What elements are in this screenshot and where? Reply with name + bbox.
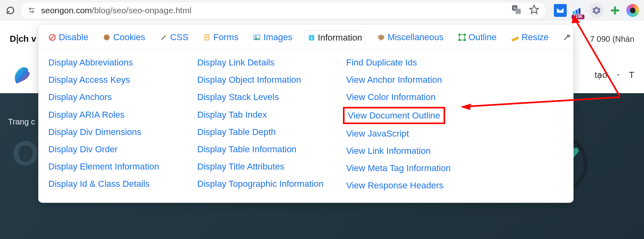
svg-point-2 — [32, 11, 33, 12]
svg-text:G: G — [513, 6, 516, 10]
chevron-down-icon — [615, 72, 621, 78]
svg-rect-10 — [576, 10, 578, 14]
info-menu-item[interactable]: View Anchor Information — [346, 73, 442, 87]
outline-icon — [458, 33, 466, 41]
extension-webdeveloper-icon[interactable] — [589, 3, 604, 18]
info-menu-item[interactable]: Display Abbreviations — [48, 55, 133, 69]
extension-camera-icon[interactable] — [626, 4, 639, 17]
info-menu-item[interactable]: Find Duplicate Ids — [346, 55, 417, 69]
tab-css[interactable]: CSS — [157, 31, 191, 44]
info-menu-item[interactable]: View Link Information — [346, 144, 431, 158]
browser-toolbar: seongon.com/blog/seo/seo-onpage.html G 1… — [0, 0, 644, 21]
tab-tools[interactable]: Tools — [561, 31, 574, 44]
disable-icon — [48, 33, 56, 41]
info-menu-item[interactable]: Display Div Order — [48, 142, 118, 156]
site-info-icon[interactable] — [27, 6, 36, 15]
extension-badge: 119K — [572, 14, 584, 19]
svg-text:i: i — [311, 35, 312, 40]
svg-point-25 — [256, 36, 257, 37]
address-bar[interactable]: seongon.com/blog/seo/seo-onpage.html G — [21, 2, 546, 18]
info-menu-item[interactable]: Display ARIA Roles — [48, 108, 125, 122]
header-menu-item[interactable]: tạo — [594, 70, 607, 80]
tab-cookies[interactable]: Cookies — [100, 31, 147, 44]
webdeveloper-popup: Disable Cookies CSS Forms Images i Infor… — [38, 24, 574, 203]
tab-information[interactable]: i Information — [305, 31, 365, 45]
topbar-right-text: 7 090 (Nhán — [590, 35, 634, 44]
webdeveloper-panel-body: Display AbbreviationsDisplay Access Keys… — [39, 50, 573, 202]
svg-rect-11 — [578, 8, 580, 14]
info-menu-item[interactable]: Display Table Depth — [197, 125, 276, 139]
svg-point-17 — [105, 36, 106, 37]
info-menu-item[interactable]: View Response Headers — [346, 178, 444, 192]
tab-resize[interactable]: Resize — [509, 31, 551, 44]
wrench-icon — [563, 33, 571, 41]
tab-images[interactable]: Images — [250, 31, 295, 44]
site-logo — [10, 64, 32, 86]
info-menu-item[interactable]: Display Access Keys — [48, 73, 130, 87]
tab-disable[interactable]: Disable — [46, 31, 91, 44]
svg-rect-32 — [464, 39, 465, 41]
info-icon: i — [308, 34, 316, 42]
svg-point-19 — [106, 38, 107, 39]
info-column-2: Display Link DetailsDisplay Object Infor… — [197, 55, 330, 193]
info-menu-item[interactable]: Display Title Attributes — [197, 159, 284, 174]
extensions-bar: 119K — [551, 3, 639, 18]
tab-miscellaneous[interactable]: Miscellaneous — [375, 31, 446, 44]
svg-rect-6 — [516, 9, 521, 14]
info-menu-item[interactable]: Display Object Information — [197, 73, 301, 87]
svg-line-20 — [161, 36, 165, 40]
svg-rect-29 — [459, 34, 460, 35]
info-menu-item[interactable]: Display Stack Levels — [197, 90, 279, 104]
translate-icon[interactable]: G — [511, 4, 522, 16]
wand-icon — [160, 33, 168, 41]
tab-forms[interactable]: Forms — [200, 31, 241, 44]
svg-rect-31 — [459, 39, 460, 41]
webdeveloper-tab-strip: Disable Cookies CSS Forms Images i Infor… — [39, 25, 573, 50]
svg-point-16 — [104, 35, 110, 41]
box-icon — [377, 33, 385, 41]
info-menu-item[interactable]: Display Div Dimensions — [48, 125, 141, 139]
svg-point-18 — [107, 37, 108, 37]
url-path: /blog/seo/seo-onpage.html — [92, 6, 192, 15]
extension-moz-icon[interactable]: 119K — [572, 4, 584, 17]
info-menu-item[interactable]: Display Tab Index — [197, 108, 267, 122]
cookie-icon — [103, 33, 111, 41]
topbar-left-text: Dịch v — [10, 34, 36, 44]
info-menu-item[interactable]: View JavaScript — [346, 127, 409, 141]
svg-rect-9 — [573, 11, 575, 14]
extension-gmail-icon[interactable] — [554, 4, 567, 17]
svg-marker-8 — [530, 5, 539, 14]
header-menu-item-2[interactable]: T — [629, 70, 634, 80]
svg-rect-33 — [512, 37, 518, 41]
reload-icon — [6, 6, 15, 15]
bookmark-star-icon[interactable] — [529, 4, 539, 16]
info-column-3: Find Duplicate IdsView Anchor Informatio… — [346, 55, 479, 193]
extension-plus-icon[interactable] — [609, 4, 621, 17]
info-menu-item[interactable]: Display Topographic Information — [197, 177, 324, 191]
info-menu-item[interactable]: View Meta Tag Information — [346, 161, 451, 175]
image-icon — [253, 33, 261, 41]
clipboard-icon — [203, 33, 211, 41]
tab-outline[interactable]: Outline — [456, 31, 499, 44]
reload-button[interactable] — [5, 5, 16, 16]
ruler-icon — [511, 33, 519, 41]
info-menu-item[interactable]: View Color Information — [346, 90, 436, 104]
url-host: seongon.com — [41, 6, 92, 15]
info-menu-item[interactable]: Display Anchors — [48, 90, 112, 104]
info-menu-item[interactable]: Display Table Information — [197, 142, 297, 156]
svg-line-15 — [50, 35, 54, 39]
svg-point-0 — [29, 8, 31, 9]
svg-rect-30 — [464, 34, 465, 35]
info-menu-item[interactable]: Display Element Information — [48, 159, 159, 174]
url-display: seongon.com/blog/seo/seo-onpage.html — [41, 6, 192, 15]
breadcrumb: Trang c — [8, 117, 35, 127]
info-column-1: Display AbbreviationsDisplay Access Keys… — [48, 55, 181, 193]
info-menu-item[interactable]: Display Id & Class Details — [48, 177, 150, 191]
info-menu-item[interactable]: Display Link Details — [197, 55, 275, 69]
info-menu-item[interactable]: View Document Outline — [343, 107, 445, 124]
